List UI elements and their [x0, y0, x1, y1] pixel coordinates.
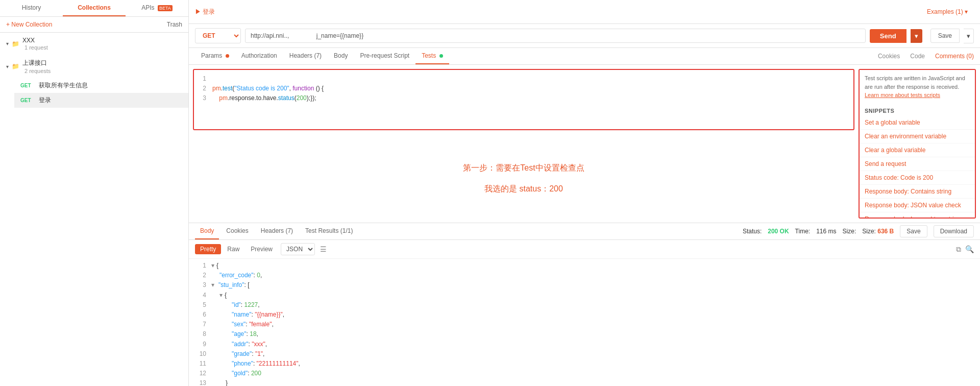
save-dropdown-top-button[interactable]: ▾: [964, 29, 974, 43]
tab-params[interactable]: Params: [195, 48, 235, 64]
format-select[interactable]: JSON XML HTML: [281, 243, 315, 255]
snippet-send-request[interactable]: Send a request: [860, 157, 975, 171]
pretty-button[interactable]: Pretty: [195, 244, 221, 254]
sidebar-actions: + New Collection Trash: [0, 17, 188, 33]
snippets-title: SNIPPETS: [860, 104, 975, 116]
snippet-body-equal[interactable]: Response body: Is equal to a string: [860, 212, 975, 219]
json-line-3: 3 ▾ "stu_info": [: [189, 280, 980, 290]
snippet-clear-env[interactable]: Clear an environment variable: [860, 130, 975, 143]
send-dropdown-button[interactable]: ▾: [911, 29, 922, 43]
collection-shangjiekou-count: 2 requests: [24, 68, 51, 74]
sidebar-content: ▾ 📁 XXX 1 request ▾ 📁 上课接口 2 requests: [0, 33, 188, 386]
size-label: Size:: [843, 228, 856, 235]
status-value: 200 OK: [768, 228, 789, 235]
main-panel: ▶ 登录 Examples (1) ▾ GET POST PUT DELETE …: [189, 0, 980, 386]
new-collection-button[interactable]: + New Collection: [6, 21, 52, 28]
annotation-line1: 第一步：需要在Test中设置检查点: [463, 163, 584, 174]
download-button[interactable]: Download: [934, 225, 974, 237]
collapse-arrow[interactable]: ▾: [211, 261, 214, 271]
collection-xxx-count: 1 request: [24, 44, 48, 51]
request-item-getstu[interactable]: GET 获取所有学生信息: [14, 78, 188, 93]
send-button[interactable]: Send: [870, 29, 906, 43]
tests-dot: [439, 54, 443, 58]
response-body: Pretty Raw Preview JSON XML HTML ☰ ⧉ 🔍 1: [189, 240, 980, 386]
json-line-11: 11 "phone": "22111111114",: [189, 359, 980, 369]
test-editor[interactable]: 123 pm.test("Status code is 200", functi…: [193, 69, 854, 130]
copy-icon[interactable]: ⧉: [956, 245, 961, 254]
annotation-area: 第一步：需要在Test中设置检查点 我选的是 status：200: [189, 134, 859, 223]
time-label: Time:: [795, 228, 811, 235]
res-tab-cookies[interactable]: Cookies: [221, 223, 253, 239]
method-badge-get2: GET: [20, 98, 35, 103]
response-meta-bar: Status: 200 OK Time: 116 ms Size: Size: …: [743, 225, 974, 237]
snippet-set-global[interactable]: Set a global variable: [860, 116, 975, 130]
res-tab-body[interactable]: Body: [195, 223, 219, 239]
tab-history[interactable]: History: [0, 0, 63, 16]
snippet-json-value[interactable]: Response body: JSON value check: [860, 199, 975, 212]
size-value: Size: 636 B: [862, 228, 894, 235]
sidebar-tabs: History Collections APIs BETA: [0, 0, 188, 17]
json-line-4: 4 ▾ {: [189, 291, 980, 300]
tab-prerequest[interactable]: Pre-request Script: [354, 48, 415, 64]
method-select[interactable]: GET POST PUT DELETE: [195, 28, 241, 43]
response-save-button[interactable]: Save: [900, 225, 927, 237]
helper-text: Test scripts are written in JavaScript a…: [860, 70, 975, 104]
status-label: Status:: [743, 228, 762, 235]
tab-apis[interactable]: APIs BETA: [126, 0, 188, 16]
json-line-13: 13 }: [189, 378, 980, 386]
collection-shangjiekou: ▾ 📁 上课接口 2 requests GET 获取所有学生信息 GET 登录: [0, 55, 188, 108]
preview-button[interactable]: Preview: [246, 244, 278, 254]
code-content: pm.test("Status code is 200", function (…: [208, 70, 853, 127]
request-name-login: 登录: [39, 96, 51, 105]
tab-tests[interactable]: Tests: [415, 48, 449, 64]
code-link[interactable]: Code: [910, 53, 925, 60]
params-dot: [226, 54, 229, 58]
collection-xxx-header[interactable]: ▾ 📁 XXX 1 request: [0, 33, 188, 55]
snippet-clear-global[interactable]: Clear a global variable: [860, 143, 975, 157]
request-name-getstu: 获取所有学生信息: [39, 81, 88, 90]
tab-extras: Cookies Code Comments (0): [878, 49, 974, 64]
editor-area: 123 pm.test("Status code is 200", functi…: [189, 65, 859, 223]
test-editor-inner: 123 pm.test("Status code is 200", functi…: [194, 70, 853, 127]
method-badge-get: GET: [20, 83, 35, 88]
save-top-button[interactable]: Save: [930, 29, 960, 43]
snippet-status-200[interactable]: Status code: Code is 200: [860, 171, 975, 185]
tab-body[interactable]: Body: [328, 48, 354, 64]
tab-collections[interactable]: Collections: [63, 0, 126, 16]
url-input[interactable]: [245, 29, 866, 43]
json-viewer: 1 ▾ { 2 "error_code": 0, 3 ▾ "stu_info":…: [189, 259, 980, 386]
expand-arrow-icon: ▾: [6, 41, 9, 46]
request-content: 123 pm.test("Status code is 200", functi…: [189, 65, 980, 223]
json-line-8: 8 "age": 18,: [189, 329, 980, 339]
snippet-body-contains[interactable]: Response body: Contains string: [860, 185, 975, 199]
response-area: Body Cookies Headers (7) Test Results (1…: [189, 223, 980, 386]
snippets-panel: Test scripts are written in JavaScript a…: [859, 69, 976, 219]
json-line-2: 2 "error_code": 0,: [189, 271, 980, 280]
helper-link[interactable]: Learn more about tests scripts: [865, 92, 940, 98]
request-item-login[interactable]: GET 登录: [14, 93, 188, 108]
cookies-link[interactable]: Cookies: [878, 53, 900, 60]
response-tabs: Body Cookies Headers (7) Test Results (1…: [189, 223, 980, 240]
format-icon[interactable]: ☰: [320, 245, 327, 253]
res-tab-testresults[interactable]: Test Results (1/1): [300, 223, 358, 239]
collection-shangjiekou-header[interactable]: ▾ 📁 上课接口 2 requests: [0, 55, 188, 78]
time-value: 116 ms: [816, 228, 836, 235]
res-tab-headers[interactable]: Headers (7): [256, 223, 298, 239]
trash-button[interactable]: Trash: [167, 21, 182, 28]
tab-authorization[interactable]: Authorization: [235, 48, 283, 64]
search-icon[interactable]: 🔍: [965, 245, 974, 253]
json-line-5: 5 "id": 1227,: [189, 300, 980, 310]
folder-icon: 📁: [12, 40, 19, 47]
json-line-12: 12 "gold": 200: [189, 369, 980, 378]
comments-link[interactable]: Comments (0): [935, 53, 974, 60]
collection-xxx: ▾ 📁 XXX 1 request: [0, 33, 188, 55]
top-bar: ▶ 登录 Examples (1) ▾: [189, 0, 980, 24]
examples-link[interactable]: Examples (1) ▾: [921, 4, 974, 19]
collection-shangjiekou-items: GET 获取所有学生信息 GET 登录: [0, 78, 188, 108]
stu-info-arrow[interactable]: ▾: [211, 280, 214, 290]
breadcrumb[interactable]: ▶ 登录: [195, 8, 215, 16]
obj-arrow[interactable]: ▾: [219, 291, 223, 300]
annotation-line2: 我选的是 status：200: [484, 184, 563, 195]
tab-headers[interactable]: Headers (7): [283, 48, 328, 64]
raw-button[interactable]: Raw: [222, 244, 244, 254]
